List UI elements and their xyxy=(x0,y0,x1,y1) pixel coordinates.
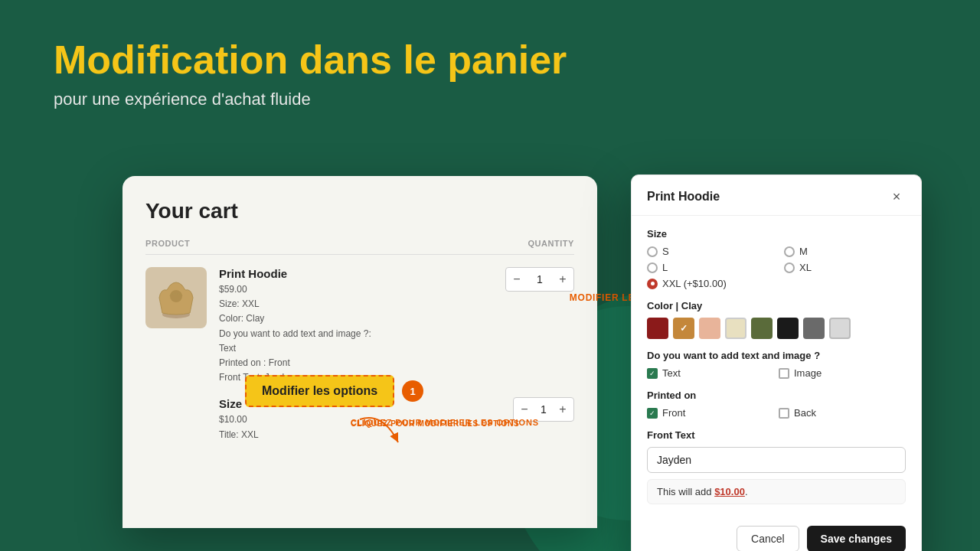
color-swatches xyxy=(647,318,906,339)
color-charcoal[interactable] xyxy=(803,318,825,339)
size-option-L[interactable]: L xyxy=(647,262,769,273)
checkbox-text[interactable] xyxy=(647,368,658,379)
modifier-btn-container: Modifier les options 1 xyxy=(245,375,394,407)
front-text-input[interactable] xyxy=(647,447,906,473)
color-olive[interactable] xyxy=(751,318,773,339)
radio-S[interactable] xyxy=(647,246,658,257)
color-light-gray[interactable] xyxy=(829,318,851,339)
color-black[interactable] xyxy=(777,318,799,339)
page-title: Modification dans le panier xyxy=(54,38,926,82)
checkbox-image[interactable] xyxy=(779,368,789,379)
printed-front-option[interactable]: Front xyxy=(647,407,774,419)
addon-image-option[interactable]: Image xyxy=(779,367,906,379)
qty-increase-2[interactable]: + xyxy=(552,398,573,421)
annotation-click-label: CLIQUEZ POUR MODIFIER LES OPTIONS xyxy=(351,418,539,427)
price-info-text: This will add $10.00. xyxy=(647,479,906,504)
save-changes-button[interactable]: Save changes xyxy=(807,526,906,551)
dialog-header: Print Hoodie × xyxy=(632,175,921,216)
cart-mockup: Your cart PRODUCT QUANTITY Print Hoodie … xyxy=(122,176,597,528)
printed-section-label: Printed on xyxy=(647,390,906,401)
page-header: Modification dans le panier pour une exp… xyxy=(0,0,980,125)
size-option-XL[interactable]: XL xyxy=(784,262,906,273)
svg-point-1 xyxy=(170,290,182,302)
radio-L[interactable] xyxy=(647,262,658,273)
product-details-1: Print Hoodie $59.00 Size: XXL Color: Cla… xyxy=(219,267,493,385)
price-highlight: $10.00 xyxy=(714,486,745,497)
addon-checkbox-group: Text Image xyxy=(647,367,906,379)
product-col-header: PRODUCT xyxy=(145,239,190,248)
addon-section-label: Do you want to add text and image ? xyxy=(647,350,906,361)
color-peach[interactable] xyxy=(699,318,720,339)
size-radio-group: S M L XL XXL (+$10.00) xyxy=(647,246,906,289)
cart-title: Your cart xyxy=(145,199,574,223)
page-subtitle: pour une expérience d'achat fluide xyxy=(54,90,926,109)
product-options-dialog: Print Hoodie × Size S M L xyxy=(631,174,922,551)
checkbox-front[interactable] xyxy=(647,408,658,419)
product-meta-1: $59.00 Size: XXL Color: Clay Do you want… xyxy=(219,282,493,385)
addon-text-option[interactable]: Text xyxy=(647,367,774,379)
size-section-label: Size xyxy=(647,228,906,240)
product-image-1 xyxy=(145,267,207,328)
dialog-footer: Cancel Save changes xyxy=(632,526,921,551)
color-dark-red[interactable] xyxy=(647,318,668,339)
qty-decrease-1[interactable]: − xyxy=(506,268,528,291)
color-section-label: Color | Clay xyxy=(647,300,906,311)
cart-header-row: PRODUCT QUANTITY xyxy=(145,239,574,255)
radio-XXL[interactable] xyxy=(647,279,658,289)
color-clay[interactable] xyxy=(673,318,694,339)
product-name-1: Print Hoodie xyxy=(219,267,493,280)
dialog-body: Size S M L XL xyxy=(632,216,921,526)
radio-M[interactable] xyxy=(784,246,795,257)
size-option-M[interactable]: M xyxy=(784,246,906,257)
cancel-button[interactable]: Cancel xyxy=(737,526,799,551)
printed-checkbox-group: Front Back xyxy=(647,407,906,419)
cart-product-row-1: Print Hoodie $59.00 Size: XXL Color: Cla… xyxy=(145,267,574,385)
quantity-col-header: QUANTITY xyxy=(528,239,574,248)
qty-value-2: 1 xyxy=(535,403,552,416)
checkbox-back[interactable] xyxy=(779,408,789,419)
qty-value-1: 1 xyxy=(528,273,552,285)
size-option-XXL[interactable]: XXL (+$10.00) xyxy=(647,278,906,289)
printed-back-option[interactable]: Back xyxy=(779,407,906,419)
step-badge-1: 1 xyxy=(402,380,423,402)
dialog-title: Print Hoodie xyxy=(647,190,720,204)
size-option-S[interactable]: S xyxy=(647,246,769,257)
qty-increase-1[interactable]: + xyxy=(552,268,573,291)
qty-control-1: − 1 + xyxy=(505,267,574,292)
front-text-label: Front Text xyxy=(647,429,906,441)
modifier-options-button[interactable]: Modifier les options xyxy=(245,375,394,407)
dialog-close-button[interactable]: × xyxy=(887,187,906,206)
color-cream[interactable] xyxy=(725,318,746,339)
radio-XL[interactable] xyxy=(784,262,795,273)
